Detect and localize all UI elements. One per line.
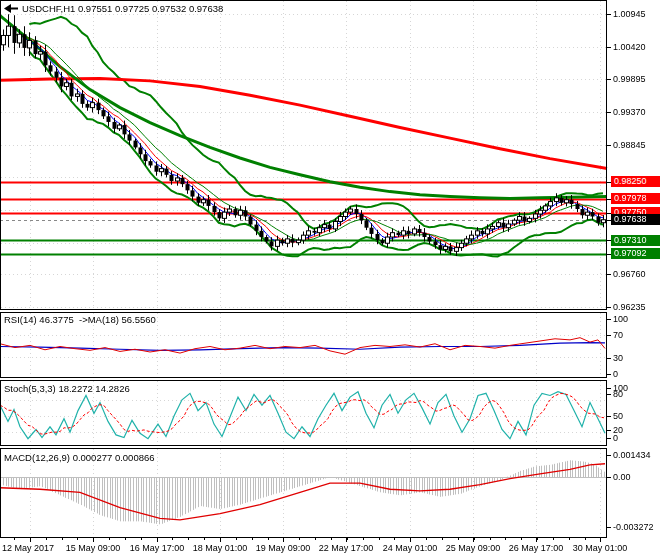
price-label: 0.99370 xyxy=(613,107,646,117)
stoch-label: Stoch(5,3,3) 18.2272 14.2826 xyxy=(4,383,130,394)
price-label: 0.96760 xyxy=(613,269,646,279)
level-price-label: 0.98250 xyxy=(611,176,660,187)
price-label: 0.98845 xyxy=(613,140,646,150)
level-price-label: 0.97978 xyxy=(611,193,660,204)
time-label: 25 May 09:00 xyxy=(446,543,501,553)
chart-header: USDCHF,H1 0.97551 0.97725 0.97532 0.9763… xyxy=(4,3,223,14)
macd-axis-label: -0.003272 xyxy=(613,522,654,532)
rsi-label: RSI(14) 46.3775 ->MA(18) 56.5560 xyxy=(4,314,156,325)
rsi-axis-label: 100 xyxy=(613,314,628,324)
price-label: 0.99895 xyxy=(613,74,646,84)
stoch-axis-label: 50 xyxy=(613,411,623,421)
chart-canvas[interactable] xyxy=(0,0,660,560)
time-label: 12 May 2017 xyxy=(2,543,54,553)
price-label: 0.96235 xyxy=(613,302,646,312)
current-price-label: 0.97638 xyxy=(611,214,660,225)
time-label: 16 May 17:00 xyxy=(130,543,185,553)
rsi-axis-label: 70 xyxy=(613,330,623,340)
price-label: 1.00945 xyxy=(613,9,646,19)
time-label: 30 May 01:00 xyxy=(573,543,628,553)
stoch-axis-label: 80 xyxy=(613,389,623,399)
symbol-ohlc-text: USDCHF,H1 0.97551 0.97725 0.97532 0.9763… xyxy=(22,3,223,14)
rsi-axis-label: 0 xyxy=(613,369,618,379)
time-label: 19 May 09:00 xyxy=(256,543,311,553)
rsi-axis-label: 30 xyxy=(613,353,623,363)
macd-axis-label: 0.00 xyxy=(613,472,631,482)
time-label: 22 May 17:00 xyxy=(319,543,374,553)
time-label: 15 May 09:00 xyxy=(66,543,121,553)
symbol-arrow-icon xyxy=(4,4,18,13)
time-label: 18 May 01:00 xyxy=(193,543,248,553)
macd-label: MACD(12,26,9) 0.000277 0.000866 xyxy=(4,452,155,463)
level-price-label: 0.97092 xyxy=(611,248,660,259)
time-label: 24 May 01:00 xyxy=(383,543,438,553)
level-price-label: 0.97310 xyxy=(611,235,660,246)
time-label: 26 May 17:00 xyxy=(509,543,564,553)
chart-window: USDCHF,H1 0.97551 0.97725 0.97532 0.9763… xyxy=(0,0,660,560)
price-label: 1.00420 xyxy=(613,42,646,52)
stoch-axis-label: 0 xyxy=(613,433,618,443)
macd-axis-label: 0.001434 xyxy=(613,450,651,460)
